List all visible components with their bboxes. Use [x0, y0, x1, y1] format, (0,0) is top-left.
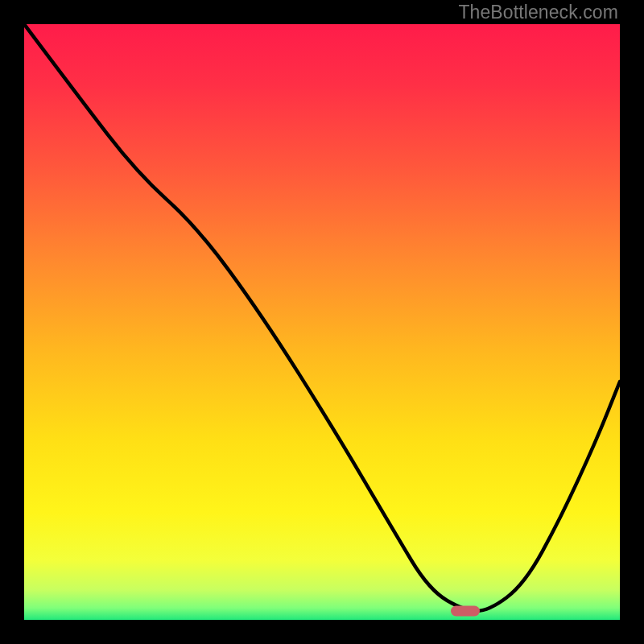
- plot-area: [24, 24, 620, 620]
- optimum-marker: [451, 605, 480, 616]
- bottleneck-curve: [24, 24, 620, 620]
- watermark-text: TheBottleneck.com: [458, 2, 618, 23]
